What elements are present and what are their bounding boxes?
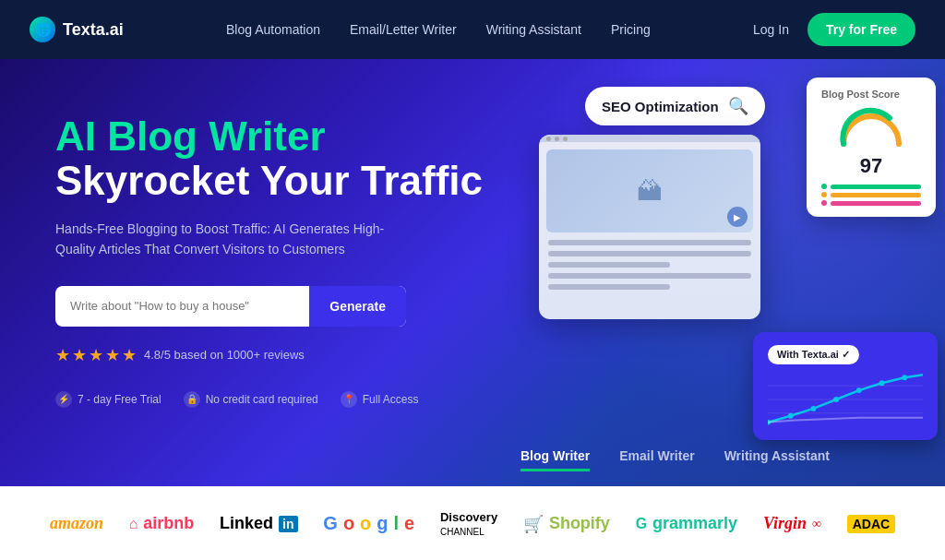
growth-card: With Texta.ai ✓ (753, 332, 938, 440)
rating-row: ★ ★ ★ ★ ★ 4.8/5 based on 1000+ reviews (55, 345, 502, 365)
svg-point-5 (879, 380, 885, 386)
growth-chart (768, 372, 923, 427)
brand-adac: ADAC (847, 515, 895, 533)
bar-dot-1 (821, 184, 827, 189)
star-4: ★ (105, 345, 120, 365)
star-5: ★ (122, 345, 137, 365)
nav-links: Blog Automation Email/Letter Writer Writ… (226, 22, 651, 37)
brand-airbnb: ⌂ airbnb (129, 514, 195, 533)
feature-full-access: 📍 Full Access (341, 391, 419, 408)
brand-virgin: Virgin ∞ (763, 514, 821, 533)
write-about-input[interactable] (55, 286, 309, 326)
hero-section: AI Blog Writer Skyrocket Your Traffic Ha… (0, 59, 945, 486)
hero-input-row: Generate (55, 286, 406, 327)
brand-grammarly: G grammarly (636, 514, 738, 533)
svg-point-2 (810, 406, 816, 411)
tab-blog-writer[interactable]: Blog Writer (520, 448, 590, 471)
nav-email-letter[interactable]: Email/Letter Writer (350, 22, 457, 37)
lock-icon: 🔒 (184, 391, 200, 408)
score-card-title: Blog Post Score (821, 89, 921, 100)
hero-left: AI Blog Writer Skyrocket Your Traffic Ha… (0, 59, 502, 486)
growth-chart-svg (768, 372, 923, 427)
star-3: ★ (89, 345, 103, 365)
blog-preview-card: 🏔 ▶ (539, 135, 760, 319)
rating-text: 4.8/5 based on 1000+ reviews (144, 348, 305, 362)
logo[interactable]: 🌐 Texta.ai (30, 17, 124, 42)
hero-subtitle: Hands-Free Blogging to Boost Traffic: AI… (55, 219, 406, 260)
svg-point-1 (788, 413, 794, 419)
logo-text: Texta.ai (63, 20, 124, 40)
lightning-icon: ⚡ (55, 391, 72, 408)
try-for-free-button[interactable]: Try for Free (807, 13, 915, 46)
seo-pill-label: SEO Optimization (602, 99, 719, 114)
nav-actions: Log In Try for Free (753, 13, 915, 46)
hero-tabs: Blog Writer Email Writer Writing Assista… (520, 448, 830, 471)
nav-blog-automation[interactable]: Blog Automation (226, 22, 320, 37)
logo-icon: 🌐 (30, 17, 55, 42)
blog-line-1 (548, 240, 751, 245)
bar-dot-2 (821, 192, 827, 197)
image-icon: 🏔 (637, 176, 663, 207)
browser-dots (539, 135, 760, 142)
score-card: Blog Post Score 97 (807, 77, 936, 217)
score-bars (821, 184, 921, 206)
bar-dot-3 (821, 200, 827, 206)
bar-3 (831, 201, 921, 206)
search-icon: 🔍 (728, 96, 748, 116)
airbnb-icon: ⌂ (129, 516, 138, 532)
score-number: 97 (821, 154, 921, 178)
blog-lines (539, 240, 760, 290)
score-bar-row-3 (821, 200, 921, 206)
star-2: ★ (72, 345, 87, 365)
features-row: ⚡ 7 - day Free Trial 🔒 No credit card re… (55, 391, 502, 408)
tab-writing-assistant[interactable]: Writing Assistant (724, 448, 830, 471)
brand-google: Google (323, 513, 414, 534)
star-1: ★ (55, 345, 70, 365)
growth-badge: With Texta.ai ✓ (768, 345, 859, 364)
score-bar-row-1 (821, 184, 921, 189)
play-icon: ▶ (727, 207, 748, 227)
blog-line-2 (548, 251, 751, 256)
feature-trial-label: 7 - day Free Trial (78, 393, 161, 406)
login-button[interactable]: Log In (753, 22, 789, 37)
seo-pill: SEO Optimization 🔍 (585, 87, 765, 125)
svg-point-6 (902, 375, 907, 380)
stars: ★ ★ ★ ★ ★ (55, 345, 137, 365)
blog-line-4 (548, 273, 751, 279)
svg-point-4 (856, 387, 862, 393)
gauge-svg (839, 107, 903, 149)
linkedin-in-box: in (279, 516, 297, 532)
brands-bar: amazon ⌂ airbnb Linkedin Google Discover… (0, 486, 945, 560)
score-bar-row-2 (821, 192, 921, 197)
location-icon: 📍 (341, 391, 357, 408)
brand-linkedin: Linkedin (220, 514, 297, 533)
generate-button[interactable]: Generate (309, 286, 406, 327)
texta-badge-label: With Texta.ai ✓ (777, 349, 850, 361)
nav-writing-assistant[interactable]: Writing Assistant (486, 22, 581, 37)
brand-discovery: DiscoveryCHANNEL (440, 510, 497, 538)
bar-2 (831, 193, 921, 197)
hero-title-white: Skyrocket Your Traffic (55, 159, 502, 203)
navbar: 🌐 Texta.ai Blog Automation Email/Letter … (0, 0, 945, 59)
score-gauge (839, 107, 903, 149)
brand-shopify: 🛒Shopify (523, 514, 610, 534)
dot-1 (546, 137, 551, 141)
tab-email-writer[interactable]: Email Writer (619, 448, 694, 471)
feature-trial: ⚡ 7 - day Free Trial (55, 391, 161, 408)
hero-right: SEO Optimization 🔍 🏔 ▶ B (502, 59, 945, 486)
feature-full-access-label: Full Access (363, 393, 419, 406)
dot-3 (563, 137, 568, 141)
nav-pricing[interactable]: Pricing (611, 22, 651, 37)
blog-line-3 (548, 262, 670, 268)
blog-card-image: 🏔 ▶ (546, 149, 753, 232)
dot-2 (555, 137, 559, 141)
bar-1 (831, 185, 921, 189)
feature-no-card-label: No credit card required (206, 393, 318, 406)
blog-line-5 (548, 284, 670, 290)
brand-amazon: amazon (50, 514, 103, 533)
hero-title-green: AI Blog Writer (55, 114, 502, 159)
feature-no-card: 🔒 No credit card required (184, 391, 318, 408)
